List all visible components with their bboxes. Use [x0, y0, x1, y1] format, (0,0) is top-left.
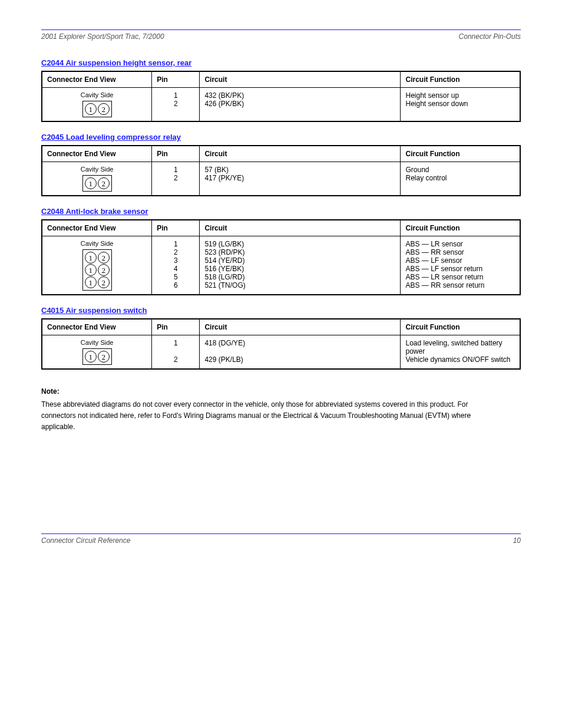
pin-cell: 123456 — [152, 236, 200, 295]
section-title: C4015 Air suspension switch — [41, 306, 521, 315]
note-title: Note: — [41, 387, 489, 396]
pin-cell: 12 — [152, 162, 200, 196]
page-footer: Connector Circuit Reference 10 — [41, 536, 521, 545]
header-left: 2001 Explorer Sport/Sport Trac, 7/2000 — [41, 32, 164, 41]
circuit-function-cell: ABS — LR sensorABS — RR sensorABS — LF s… — [401, 236, 520, 295]
circuit-cell: 57 (BK)417 (PK/YE) — [200, 162, 401, 196]
circuit-cell: 432 (BK/PK)426 (PK/BK) — [200, 88, 401, 122]
footer-right: 10 — [513, 536, 521, 545]
connector-end-view-icon: 12 — [82, 175, 112, 192]
connector-table: Connector End ViewPinCircuitCircuit Func… — [41, 219, 521, 295]
column-header: Pin — [152, 71, 200, 88]
connector-end-view-cell: Cavity Side12 — [42, 88, 152, 122]
column-header: Circuit Function — [401, 319, 520, 335]
section-title: C2045 Load leveling compressor relay — [41, 133, 521, 141]
header-right: Connector Pin-Outs — [459, 32, 521, 41]
connector-end-view-cell: Cavity Side12 — [42, 335, 152, 370]
connector-table: Connector End ViewPinCircuitCircuit Func… — [41, 318, 521, 370]
table-row: Cavity Side1212432 (BK/PK)426 (PK/BK)Hei… — [42, 88, 520, 122]
circuit-function-cell: Load leveling, switched battery powerVeh… — [401, 335, 520, 370]
connector-table: Connector End ViewPinCircuitCircuit Func… — [41, 71, 521, 122]
note-body: These abbreviated diagrams do not cover … — [41, 399, 489, 433]
cavity-label: Cavity Side — [47, 339, 147, 346]
section-title: C2044 Air suspension height sensor, rear — [41, 58, 521, 67]
page-header: 2001 Explorer Sport/Sport Trac, 7/2000 C… — [41, 32, 521, 41]
column-header: Connector End View — [42, 71, 152, 88]
cavity-label: Cavity Side — [47, 91, 147, 98]
connector-end-view-icon: 12 — [82, 101, 112, 117]
circuit-function-cell: GroundRelay control — [401, 162, 520, 196]
header-rule — [41, 29, 521, 30]
column-header: Circuit Function — [401, 146, 520, 162]
column-header: Connector End View — [42, 146, 152, 162]
connector-end-view-cell: Cavity Side12 — [42, 162, 152, 196]
connector-table: Connector End ViewPinCircuitCircuit Func… — [41, 145, 521, 196]
connector-end-view-cell: Cavity Side121212 — [42, 236, 152, 295]
column-header: Circuit — [200, 319, 401, 335]
pin-cell: 1 2 — [152, 335, 200, 370]
column-header: Pin — [152, 319, 200, 335]
column-header: Connector End View — [42, 220, 152, 236]
table-row: Cavity Side121212123456519 (LG/BK)523 (R… — [42, 236, 520, 295]
column-header: Pin — [152, 220, 200, 236]
footer-rule — [41, 533, 521, 534]
footer-left: Connector Circuit Reference — [41, 536, 130, 545]
column-header: Circuit — [200, 146, 401, 162]
column-header: Circuit — [200, 71, 401, 88]
column-header: Circuit — [200, 220, 401, 236]
column-header: Circuit Function — [401, 71, 520, 88]
circuit-function-cell: Height sensor upHeight sensor down — [401, 88, 520, 122]
column-header: Circuit Function — [401, 220, 520, 236]
column-header: Pin — [152, 146, 200, 162]
connector-end-view-icon: 121212 — [82, 249, 112, 291]
column-header: Connector End View — [42, 319, 152, 335]
table-row: Cavity Side121257 (BK)417 (PK/YE)GroundR… — [42, 162, 520, 196]
note-block: Note: These abbreviated diagrams do not … — [41, 387, 489, 433]
circuit-cell: 418 (DG/YE) 429 (PK/LB) — [200, 335, 401, 370]
section-title: C2048 Anti-lock brake sensor — [41, 207, 521, 216]
table-row: Cavity Side121 2418 (DG/YE) 429 (PK/LB)L… — [42, 335, 520, 370]
cavity-label: Cavity Side — [47, 240, 147, 247]
cavity-label: Cavity Side — [47, 166, 147, 173]
connector-end-view-icon: 12 — [82, 348, 112, 365]
pin-cell: 12 — [152, 88, 200, 122]
circuit-cell: 519 (LG/BK)523 (RD/PK)514 (YE/RD)516 (YE… — [200, 236, 401, 295]
